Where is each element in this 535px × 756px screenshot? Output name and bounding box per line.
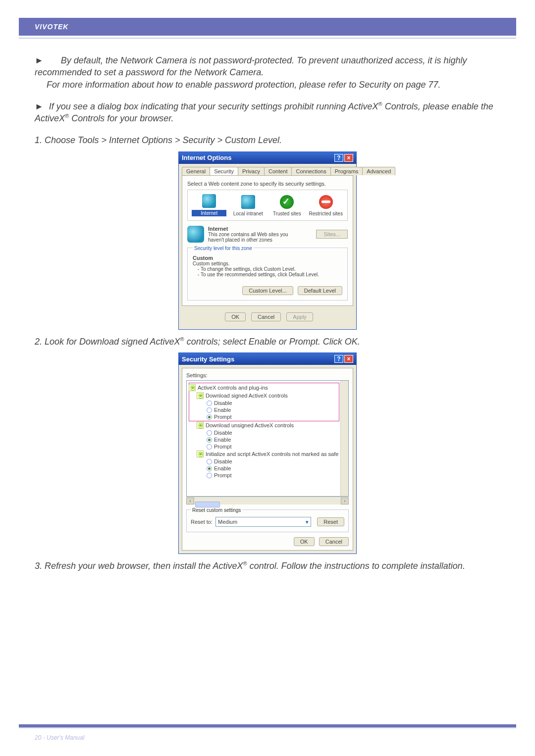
zone-name: Internet [208, 226, 302, 232]
apply-button[interactable]: Apply [286, 312, 313, 321]
tab-strip: General Security Privacy Content Connect… [182, 167, 353, 175]
tab-programs[interactable]: Programs [330, 167, 363, 175]
tab-content[interactable]: Content [264, 167, 292, 175]
security-tab-panel: Select a Web content zone to specify its… [182, 175, 353, 306]
tab-general[interactable]: General [182, 167, 210, 175]
radio-icon [207, 473, 212, 478]
radio-label: Enable [214, 437, 231, 443]
dialog-titlebar: Internet Options ? × [179, 152, 356, 164]
dialog-title: Security Settings [182, 355, 234, 363]
zone-label: Local intranet [231, 211, 266, 216]
tab-privacy[interactable]: Privacy [238, 167, 265, 175]
bullet-arrow: ► [35, 101, 44, 111]
page-header: VIVOTEK [19, 18, 516, 36]
step3-a: 3. Refresh your web browser, then instal… [35, 561, 243, 571]
radio-label: Prompt [214, 444, 231, 450]
custom-sub: Custom settings. [193, 261, 342, 266]
tree-item-download-signed: Download signed ActiveX controls [197, 392, 339, 400]
internet-options-dialog: Internet Options ? × General Security Pr… [178, 151, 357, 330]
radio-prompt[interactable]: Prompt [207, 413, 339, 420]
custom-label: Custom [193, 255, 342, 261]
zone-restricted-sites[interactable]: Restricted sites [309, 195, 343, 216]
scroll-thumb[interactable] [195, 502, 220, 507]
reset-combo[interactable]: Medium ▾ [215, 517, 311, 527]
radio-label: Disable [214, 400, 232, 406]
tree-item-download-unsigned: Download unsigned ActiveX controls [197, 421, 339, 429]
radio-label: Enable [214, 465, 231, 471]
step-1: 1. Choose Tools > Internet Options > Sec… [35, 134, 500, 146]
note1-line2: For more information about how to enable… [47, 79, 500, 91]
radio-disable[interactable]: Disable [207, 400, 339, 406]
help-icon[interactable]: ? [334, 355, 343, 363]
reset-legend: Reset custom settings [191, 507, 242, 513]
zone-description: This zone contains all Web sites you hav… [208, 232, 302, 243]
gear-icon [197, 451, 204, 457]
close-icon[interactable]: × [344, 355, 353, 363]
zone-label: Trusted sites [269, 211, 304, 216]
group-header: ActiveX controls and plug-ins [198, 385, 268, 391]
custom-level-button[interactable]: Custom Level... [242, 286, 293, 295]
tab-connections[interactable]: Connections [291, 167, 330, 175]
radio-icon [207, 466, 212, 471]
zone-label: Internet [192, 210, 226, 216]
reset-button[interactable]: Reset [317, 517, 344, 526]
zone-internet[interactable]: Internet [192, 194, 226, 216]
radio-label: Prompt [214, 414, 231, 420]
zone-trusted-sites[interactable]: Trusted sites [269, 195, 304, 216]
custom-li1: - To change the settings, click Custom L… [198, 266, 342, 272]
globe-icon [187, 226, 204, 243]
settings-panel: Settings: ActiveX controls and plug-ins … [182, 368, 353, 551]
footer-rule [19, 724, 516, 728]
page-content: ► By default, the Network Camera is not … [0, 39, 535, 572]
step2-a: 2. Look for Download signed ActiveX [35, 337, 180, 347]
gear-icon [189, 384, 196, 391]
close-icon[interactable]: × [344, 154, 353, 162]
radio-prompt[interactable]: Prompt [207, 443, 339, 450]
radio-enable[interactable]: Enable [207, 465, 339, 472]
registered-mark: ® [65, 113, 69, 119]
sites-button[interactable]: Sites... [316, 230, 348, 239]
tab-advanced[interactable]: Advanced [362, 167, 395, 175]
radio-prompt[interactable]: Prompt [207, 472, 339, 479]
tab-security[interactable]: Security [210, 167, 238, 175]
note2-part-c: Controls for your browser. [71, 113, 173, 123]
radio-icon [207, 414, 212, 420]
note1-line1: By default, the Network Camera is not pa… [35, 55, 467, 77]
help-icon[interactable]: ? [334, 154, 343, 162]
step2-period: . [358, 337, 360, 347]
radio-enable[interactable]: Enable [207, 406, 339, 413]
gear-icon [197, 392, 204, 399]
radio-icon [207, 437, 212, 443]
note-activex: ► If you see a dialog box indicating tha… [35, 101, 500, 125]
radio-enable[interactable]: Enable [207, 436, 339, 443]
radio-disable[interactable]: Disable [207, 429, 339, 436]
highlighted-group: ActiveX controls and plug-ins Download s… [189, 383, 339, 421]
ok-button[interactable]: OK [294, 537, 315, 546]
zones-list: Internet Local intranet Trusted sites [187, 190, 348, 221]
cancel-button[interactable]: Cancel [251, 312, 281, 321]
gear-icon [197, 422, 204, 429]
security-level-fieldset: Security level for this zone Custom Cust… [187, 248, 348, 301]
scroll-right-icon[interactable]: › [341, 498, 349, 504]
zone-info-row: Internet This zone contains all Web site… [187, 226, 348, 243]
item-label: Download signed ActiveX controls [206, 393, 288, 399]
vertical-scrollbar[interactable] [340, 381, 348, 496]
item-label: Initialize and script ActiveX controls n… [206, 451, 338, 457]
radio-label: Disable [214, 458, 232, 464]
page-number: 20 - User's Manual [35, 734, 84, 741]
default-level-button[interactable]: Default Level [298, 286, 342, 295]
reset-value: Medium [218, 519, 237, 525]
registered-mark: ® [180, 336, 184, 342]
settings-label: Settings: [186, 372, 349, 378]
horizontal-scrollbar[interactable]: ‹ › [186, 497, 349, 504]
scroll-left-icon[interactable]: ‹ [186, 498, 194, 504]
reset-to-label: Reset to: [191, 519, 213, 525]
radio-disable[interactable]: Disable [207, 458, 339, 465]
cancel-button[interactable]: Cancel [319, 537, 349, 546]
zone-local-intranet[interactable]: Local intranet [231, 195, 266, 216]
reset-fieldset: Reset custom settings Reset to: Medium ▾… [186, 509, 349, 532]
dialog-title: Internet Options [182, 154, 231, 161]
screenshot-security-settings: Security Settings ? × Settings: ActiveX … [35, 353, 500, 554]
settings-listbox[interactable]: ActiveX controls and plug-ins Download s… [186, 380, 349, 497]
ok-button[interactable]: OK [225, 312, 246, 321]
